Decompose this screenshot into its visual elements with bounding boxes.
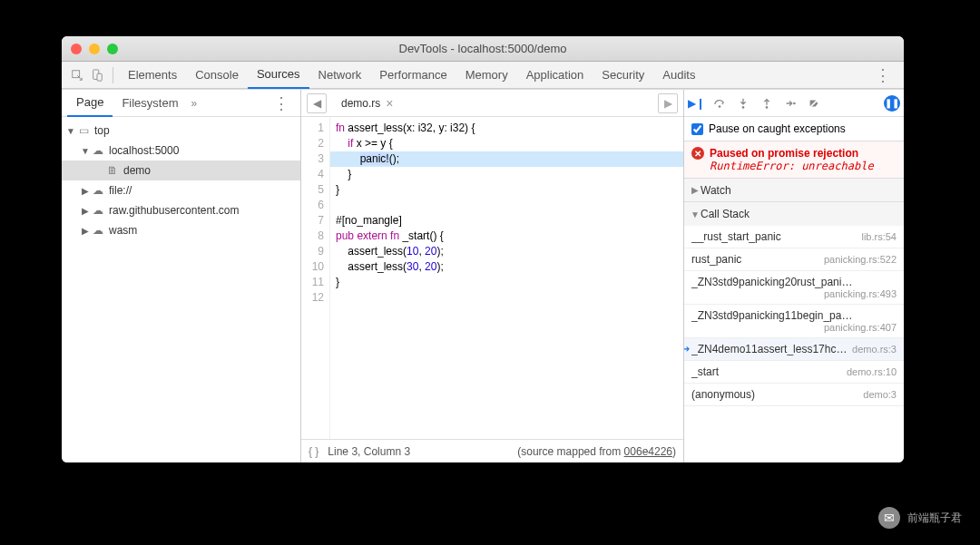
- tab-audits[interactable]: Audits: [653, 62, 704, 89]
- watermark: ✉ 前端瓶子君: [878, 507, 962, 529]
- devtools-window: DevTools - localhost:5000/demo ElementsC…: [62, 36, 904, 462]
- code-area[interactable]: fn assert_less(x: i32, y: i32) { if x >=…: [330, 117, 683, 439]
- file-tree: ▼▭top▼☁localhost:5000🗎demo▶☁file://▶☁raw…: [62, 117, 300, 462]
- editor-panel: ◀ demo.rs × ▶ 123456789101112 fn assert_…: [301, 90, 684, 462]
- pause-on-exceptions-icon[interactable]: ❚❚: [884, 95, 900, 112]
- tree-item[interactable]: ▶☁wasm: [62, 220, 300, 240]
- call-stack-list: __rust_start_paniclib.rs:54rust_panicpan…: [684, 226, 904, 462]
- cloud-icon: ☁: [91, 204, 105, 217]
- stack-frame[interactable]: _ZN3std9panicking20rust_pani…panicking.r…: [684, 271, 904, 305]
- inspect-icon[interactable]: [67, 65, 87, 85]
- tab-security[interactable]: Security: [593, 62, 653, 89]
- deactivate-breakpoints-icon[interactable]: [806, 97, 822, 110]
- callstack-pane-header[interactable]: ▼Call Stack: [684, 202, 904, 226]
- svg-point-4: [742, 106, 745, 109]
- file-tab-label: demo.rs: [341, 97, 380, 110]
- navigator-panel: Page Filesystem » ⋮ ▼▭top▼☁localhost:500…: [62, 90, 301, 462]
- more-menu-icon[interactable]: ⋮: [867, 65, 898, 85]
- stack-frame[interactable]: __rust_start_paniclib.rs:54: [684, 226, 904, 248]
- main-tabs: ElementsConsoleSourcesNetworkPerformance…: [62, 62, 904, 89]
- paused-reason: ✕Paused on promise rejection RuntimeErro…: [684, 141, 904, 179]
- tab-network[interactable]: Network: [309, 62, 371, 89]
- tab-console[interactable]: Console: [186, 62, 248, 89]
- sourcemap-link[interactable]: 006e4226: [624, 445, 672, 458]
- file-icon: 🗎: [105, 164, 120, 177]
- overflow-icon[interactable]: »: [188, 97, 201, 110]
- pause-caught-checkbox[interactable]: [691, 123, 703, 135]
- tree-item[interactable]: ▶☁raw.githubusercontent.com: [62, 200, 300, 220]
- cloud-icon: ☁: [91, 184, 105, 197]
- device-icon[interactable]: [87, 65, 107, 85]
- file-tab[interactable]: demo.rs ×: [334, 93, 401, 113]
- stack-frame[interactable]: _ZN4demo11assert_less17hc8…demo.rs:3: [684, 338, 904, 361]
- debugger-toolbar: ▶❙ ❚❚: [684, 90, 904, 117]
- watch-pane-header[interactable]: ▶Watch: [684, 179, 904, 202]
- tab-elements[interactable]: Elements: [119, 62, 186, 89]
- tree-item[interactable]: ▶☁file://: [62, 180, 300, 200]
- separator: [113, 67, 113, 83]
- page-tab[interactable]: Page: [67, 90, 113, 117]
- stack-frame[interactable]: _ZN3std9panicking11begin_pa…panicking.rs…: [684, 305, 904, 338]
- window-title: DevTools - localhost:5000/demo: [62, 42, 904, 55]
- step-into-icon[interactable]: [735, 97, 751, 110]
- cloud-icon: ☁: [91, 224, 105, 237]
- svg-point-6: [793, 102, 796, 104]
- pretty-print-icon[interactable]: { }: [309, 445, 318, 458]
- titlebar: DevTools - localhost:5000/demo: [62, 36, 904, 62]
- step-icon[interactable]: [782, 97, 799, 110]
- cursor-position: Line 3, Column 3: [328, 445, 410, 458]
- resume-icon[interactable]: ▶❙: [688, 97, 704, 110]
- editor-statusbar: { } Line 3, Column 3 (source mapped from…: [301, 439, 683, 462]
- pause-caught-label: Pause on caught exceptions: [709, 122, 846, 135]
- wechat-icon: ✉: [878, 507, 900, 529]
- tree-item[interactable]: ▼▭top: [62, 121, 300, 141]
- stack-frame[interactable]: (anonymous)demo:3: [684, 384, 904, 406]
- cloud-icon: ☁: [91, 144, 105, 157]
- stack-frame[interactable]: rust_panicpanicking.rs:522: [684, 248, 904, 271]
- sourcemap-info: (source mapped from 006e4226): [517, 445, 676, 458]
- tab-application[interactable]: Application: [517, 62, 593, 89]
- error-icon: ✕: [691, 147, 704, 160]
- line-gutter: 123456789101112: [301, 117, 330, 439]
- svg-point-5: [766, 106, 769, 109]
- step-out-icon[interactable]: [759, 97, 775, 110]
- tab-performance[interactable]: Performance: [370, 62, 456, 89]
- tree-item[interactable]: ▼☁localhost:5000: [62, 141, 300, 161]
- debugger-panel: ▶❙ ❚❚ Pause on caught exceptions ✕Paused…: [684, 90, 904, 462]
- stack-frame[interactable]: _startdemo.rs:10: [684, 361, 904, 384]
- step-over-icon[interactable]: [711, 97, 728, 110]
- toggle-navigator-icon[interactable]: ◀: [307, 93, 327, 113]
- navigator-menu-icon[interactable]: ⋮: [268, 93, 295, 113]
- frame-icon: ▭: [76, 124, 91, 137]
- tree-item[interactable]: 🗎demo: [62, 161, 300, 180]
- run-snippet-icon[interactable]: ▶: [658, 93, 678, 113]
- tab-memory[interactable]: Memory: [456, 62, 517, 89]
- close-tab-icon[interactable]: ×: [386, 96, 393, 111]
- filesystem-tab[interactable]: Filesystem: [113, 90, 187, 117]
- svg-point-3: [719, 105, 721, 108]
- tab-sources[interactable]: Sources: [248, 62, 309, 89]
- svg-rect-2: [97, 73, 102, 81]
